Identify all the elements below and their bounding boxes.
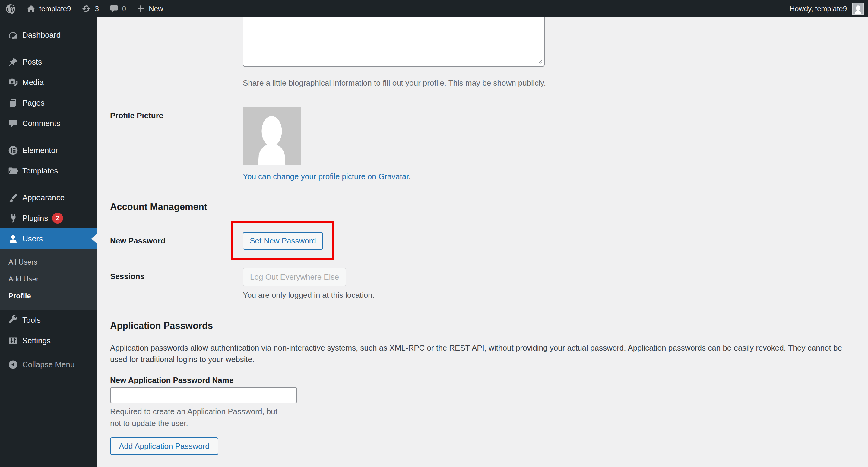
- sessions-note: You are only logged in at this location.: [243, 290, 375, 300]
- application-passwords-description: Application passwords allow authenticati…: [110, 342, 846, 365]
- folder-icon: [7, 165, 19, 177]
- updates-menu[interactable]: 3: [76, 0, 104, 17]
- comments-menu[interactable]: 0: [104, 0, 131, 17]
- application-passwords-heading: Application Passwords: [110, 320, 213, 331]
- wrench-icon: [7, 315, 19, 326]
- site-name-menu[interactable]: template9: [21, 0, 76, 17]
- users-submenu: All Users Add User Profile: [0, 249, 97, 310]
- sidebar-label: Users: [22, 234, 43, 244]
- sidebar-label: Appearance: [22, 193, 65, 203]
- textarea-resize-handle[interactable]: [536, 57, 543, 65]
- plugin-icon: [7, 213, 19, 224]
- new-app-password-name-label: New Application Password Name: [110, 376, 234, 385]
- site-name: template9: [39, 4, 71, 13]
- sidebar-label: Plugins: [22, 214, 48, 223]
- comment-bubble-icon: [109, 4, 119, 13]
- account-management-heading: Account Management: [110, 201, 207, 212]
- new-content-menu[interactable]: New: [131, 0, 168, 17]
- plugins-update-badge: 2: [52, 213, 63, 223]
- collapse-arrow-icon: [7, 359, 19, 370]
- pushpin-icon: [7, 56, 19, 68]
- sidebar-item-appearance[interactable]: Appearance: [0, 187, 97, 208]
- new-app-password-name-input[interactable]: [110, 387, 297, 403]
- sidebar-label: Pages: [22, 98, 44, 108]
- plus-icon: [136, 4, 145, 13]
- admin-sidebar: Dashboard Posts Media: [0, 17, 97, 467]
- sidebar-item-posts[interactable]: Posts: [0, 52, 97, 72]
- howdy-text: Howdy, template9: [789, 4, 847, 13]
- users-icon: [7, 233, 19, 244]
- media-icon: [7, 77, 19, 88]
- submenu-label: Add User: [8, 275, 39, 283]
- profile-picture-avatar: [243, 107, 301, 165]
- sidebar-item-media[interactable]: Media: [0, 72, 97, 93]
- sidebar-label: Tools: [22, 316, 41, 325]
- sidebar-label: Elementor: [22, 146, 58, 155]
- wordpress-profile-page: template9 3 0 New: [0, 0, 868, 467]
- new-label: New: [149, 4, 163, 13]
- sidebar-item-tools[interactable]: Tools: [0, 310, 97, 330]
- profile-picture-label: Profile Picture: [110, 111, 163, 120]
- updates-icon: [81, 4, 91, 14]
- home-icon: [26, 4, 36, 13]
- sidebar-item-users[interactable]: Users: [0, 228, 97, 249]
- admin-bar: template9 3 0 New: [0, 0, 868, 17]
- wordpress-logo-icon: [5, 3, 16, 14]
- gravatar-sentence: You can change your profile picture on G…: [243, 172, 411, 181]
- collapse-label: Collapse Menu: [22, 360, 74, 369]
- submenu-item-profile[interactable]: Profile: [0, 287, 97, 304]
- sidebar-label: Comments: [22, 119, 60, 128]
- sidebar-label: Dashboard: [22, 30, 61, 40]
- gravatar-link[interactable]: You can change your profile picture on G…: [243, 172, 409, 181]
- pages-icon: [7, 97, 19, 108]
- sidebar-item-settings[interactable]: Settings: [0, 330, 97, 351]
- set-new-password-button[interactable]: Set New Password: [243, 232, 323, 250]
- sidebar-item-elementor[interactable]: Elementor: [0, 140, 97, 160]
- sidebar-label: Media: [22, 78, 44, 87]
- submenu-item-add-user[interactable]: Add User: [0, 271, 97, 287]
- sidebar-label: Posts: [22, 57, 42, 67]
- updates-count: 3: [95, 4, 99, 13]
- sidebar-item-pages[interactable]: Pages: [0, 93, 97, 113]
- new-password-label: New Password: [110, 236, 165, 246]
- menu-separator: [0, 181, 97, 187]
- submenu-label: All Users: [8, 258, 37, 267]
- wp-logo-menu[interactable]: [0, 0, 21, 17]
- logout-everywhere-button[interactable]: Log Out Everywhere Else: [243, 268, 346, 286]
- bio-textarea[interactable]: [243, 17, 545, 67]
- menu-separator: [0, 45, 97, 52]
- sidebar-item-comments[interactable]: Comments: [0, 113, 97, 134]
- user-avatar-small[interactable]: [852, 3, 864, 15]
- sidebar-item-plugins[interactable]: Plugins 2: [0, 208, 97, 228]
- sidebar-label: Settings: [22, 336, 51, 345]
- app-password-helper-text: Required to create an Application Passwo…: [110, 406, 289, 429]
- comments-icon: [7, 118, 19, 129]
- add-application-password-button[interactable]: Add Application Password: [110, 437, 218, 455]
- sessions-label: Sessions: [110, 272, 145, 281]
- menu-separator: [0, 134, 97, 140]
- bio-description: Share a little biographical information …: [243, 79, 546, 88]
- sidebar-item-dashboard[interactable]: Dashboard: [0, 25, 97, 45]
- submenu-label: Profile: [8, 292, 31, 300]
- settings-icon: [7, 335, 19, 346]
- paintbrush-icon: [7, 192, 19, 203]
- collapse-menu-button[interactable]: Collapse Menu: [0, 354, 97, 375]
- sidebar-item-templates[interactable]: Templates: [0, 160, 97, 181]
- elementor-icon: [7, 145, 19, 156]
- comments-count: 0: [122, 4, 126, 13]
- my-account-menu[interactable]: Howdy, template9: [788, 4, 848, 13]
- sidebar-label: Templates: [22, 166, 58, 176]
- gravatar-period: .: [409, 172, 411, 181]
- dashboard-icon: [7, 30, 19, 41]
- submenu-item-all-users[interactable]: All Users: [0, 254, 97, 271]
